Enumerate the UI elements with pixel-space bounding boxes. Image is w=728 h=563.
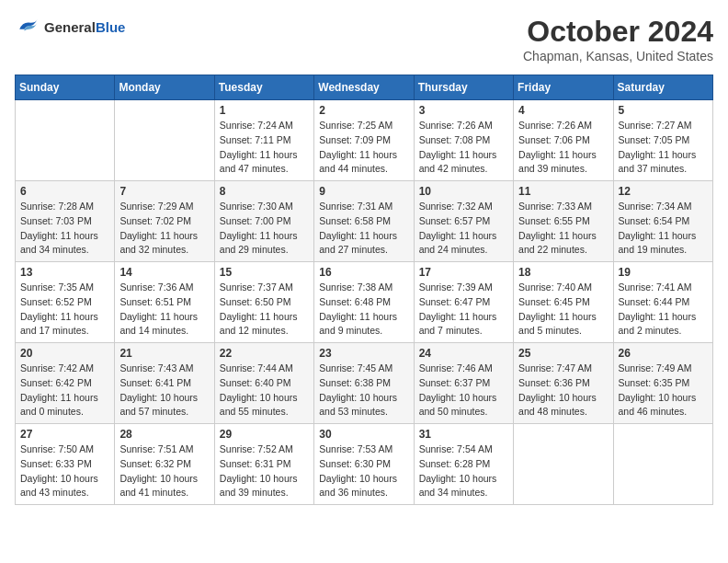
day-header: Friday	[514, 75, 613, 100]
day-number: 31	[419, 428, 508, 441]
calendar-day-cell: 20Sunrise: 7:42 AMSunset: 6:42 PMDayligh…	[16, 343, 115, 424]
day-number: 6	[20, 185, 109, 198]
calendar-day-cell: 23Sunrise: 7:45 AMSunset: 6:38 PMDayligh…	[314, 343, 414, 424]
calendar-day-cell: 2Sunrise: 7:25 AMSunset: 7:09 PMDaylight…	[314, 100, 414, 181]
day-detail: Sunrise: 7:34 AMSunset: 6:54 PMDaylight:…	[619, 200, 708, 258]
calendar-week-row: 27Sunrise: 7:50 AMSunset: 6:33 PMDayligh…	[16, 424, 713, 505]
day-detail: Sunrise: 7:26 AMSunset: 7:06 PMDaylight:…	[518, 119, 608, 177]
calendar-day-cell: 9Sunrise: 7:31 AMSunset: 6:58 PMDaylight…	[314, 181, 414, 262]
calendar-week-row: 13Sunrise: 7:35 AMSunset: 6:52 PMDayligh…	[16, 262, 713, 343]
day-detail: Sunrise: 7:40 AMSunset: 6:45 PMDaylight:…	[518, 281, 608, 339]
calendar-day-cell: 26Sunrise: 7:49 AMSunset: 6:35 PMDayligh…	[613, 343, 712, 424]
calendar-day-cell: 15Sunrise: 7:37 AMSunset: 6:50 PMDayligh…	[214, 262, 313, 343]
calendar-day-cell: 25Sunrise: 7:47 AMSunset: 6:36 PMDayligh…	[514, 343, 613, 424]
calendar-day-cell	[514, 424, 613, 505]
logo-bird-icon	[15, 15, 40, 40]
day-number: 20	[20, 347, 109, 360]
calendar-day-cell: 18Sunrise: 7:40 AMSunset: 6:45 PMDayligh…	[514, 262, 613, 343]
day-detail: Sunrise: 7:38 AMSunset: 6:48 PMDaylight:…	[319, 281, 408, 339]
day-header: Monday	[115, 75, 214, 100]
calendar-week-row: 6Sunrise: 7:28 AMSunset: 7:03 PMDaylight…	[16, 181, 713, 262]
day-number: 8	[220, 185, 309, 198]
calendar-day-cell	[16, 100, 115, 181]
day-number: 28	[119, 428, 209, 441]
title-block: October 2024 Chapman, Kansas, United Sta…	[523, 15, 713, 63]
day-number: 17	[419, 266, 508, 279]
day-detail: Sunrise: 7:45 AMSunset: 6:38 PMDaylight:…	[319, 362, 408, 419]
day-detail: Sunrise: 7:54 AMSunset: 6:28 PMDaylight:…	[419, 442, 508, 500]
calendar-day-cell: 6Sunrise: 7:28 AMSunset: 7:03 PMDaylight…	[16, 181, 115, 262]
calendar-day-cell: 31Sunrise: 7:54 AMSunset: 6:28 PMDayligh…	[414, 424, 513, 505]
day-detail: Sunrise: 7:24 AMSunset: 7:11 PMDaylight:…	[220, 119, 309, 177]
day-number: 27	[20, 428, 109, 441]
day-number: 23	[319, 347, 408, 360]
day-number: 11	[518, 185, 608, 198]
calendar-day-cell: 17Sunrise: 7:39 AMSunset: 6:47 PMDayligh…	[414, 262, 513, 343]
calendar-day-cell: 27Sunrise: 7:50 AMSunset: 6:33 PMDayligh…	[16, 424, 115, 505]
day-detail: Sunrise: 7:32 AMSunset: 6:57 PMDaylight:…	[419, 200, 508, 258]
day-number: 9	[319, 185, 408, 198]
day-header: Wednesday	[314, 75, 414, 100]
day-detail: Sunrise: 7:35 AMSunset: 6:52 PMDaylight:…	[20, 281, 109, 339]
calendar-day-cell: 7Sunrise: 7:29 AMSunset: 7:02 PMDaylight…	[115, 181, 214, 262]
day-detail: Sunrise: 7:47 AMSunset: 6:36 PMDaylight:…	[518, 362, 608, 419]
day-number: 16	[319, 266, 408, 279]
calendar-day-cell: 19Sunrise: 7:41 AMSunset: 6:44 PMDayligh…	[613, 262, 712, 343]
day-header: Thursday	[414, 75, 513, 100]
calendar-day-cell: 14Sunrise: 7:36 AMSunset: 6:51 PMDayligh…	[115, 262, 214, 343]
day-number: 19	[619, 266, 708, 279]
day-number: 15	[220, 266, 309, 279]
day-number: 21	[119, 347, 209, 360]
day-detail: Sunrise: 7:28 AMSunset: 7:03 PMDaylight:…	[20, 200, 109, 258]
calendar-day-cell: 30Sunrise: 7:53 AMSunset: 6:30 PMDayligh…	[314, 424, 414, 505]
day-header: Tuesday	[214, 75, 313, 100]
day-number: 12	[619, 185, 708, 198]
calendar-day-cell: 24Sunrise: 7:46 AMSunset: 6:37 PMDayligh…	[414, 343, 513, 424]
day-number: 14	[119, 266, 209, 279]
day-detail: Sunrise: 7:41 AMSunset: 6:44 PMDaylight:…	[619, 281, 708, 339]
calendar-day-cell: 5Sunrise: 7:27 AMSunset: 7:05 PMDaylight…	[613, 100, 712, 181]
calendar-day-cell: 10Sunrise: 7:32 AMSunset: 6:57 PMDayligh…	[414, 181, 513, 262]
calendar-table: SundayMondayTuesdayWednesdayThursdayFrid…	[15, 75, 713, 505]
day-detail: Sunrise: 7:53 AMSunset: 6:30 PMDaylight:…	[319, 442, 408, 500]
day-detail: Sunrise: 7:31 AMSunset: 6:58 PMDaylight:…	[319, 200, 408, 258]
calendar-day-cell	[613, 424, 712, 505]
calendar-day-cell: 28Sunrise: 7:51 AMSunset: 6:32 PMDayligh…	[115, 424, 214, 505]
day-detail: Sunrise: 7:33 AMSunset: 6:55 PMDaylight:…	[518, 200, 608, 258]
day-number: 4	[518, 104, 608, 117]
day-number: 29	[220, 428, 309, 441]
calendar-day-cell: 22Sunrise: 7:44 AMSunset: 6:40 PMDayligh…	[214, 343, 313, 424]
day-detail: Sunrise: 7:39 AMSunset: 6:47 PMDaylight:…	[419, 281, 508, 339]
day-number: 30	[319, 428, 408, 441]
day-detail: Sunrise: 7:46 AMSunset: 6:37 PMDaylight:…	[419, 362, 508, 419]
day-detail: Sunrise: 7:30 AMSunset: 7:00 PMDaylight:…	[220, 200, 309, 258]
day-number: 13	[20, 266, 109, 279]
day-detail: Sunrise: 7:51 AMSunset: 6:32 PMDaylight:…	[119, 442, 209, 500]
calendar-day-cell: 3Sunrise: 7:26 AMSunset: 7:08 PMDaylight…	[414, 100, 513, 181]
calendar-week-row: 20Sunrise: 7:42 AMSunset: 6:42 PMDayligh…	[16, 343, 713, 424]
day-number: 18	[518, 266, 608, 279]
day-number: 22	[220, 347, 309, 360]
day-detail: Sunrise: 7:43 AMSunset: 6:41 PMDaylight:…	[119, 362, 209, 419]
day-number: 3	[419, 104, 508, 117]
day-detail: Sunrise: 7:52 AMSunset: 6:31 PMDaylight:…	[220, 442, 309, 500]
calendar-day-cell: 4Sunrise: 7:26 AMSunset: 7:06 PMDaylight…	[514, 100, 613, 181]
day-number: 25	[518, 347, 608, 360]
day-detail: Sunrise: 7:29 AMSunset: 7:02 PMDaylight:…	[119, 200, 209, 258]
calendar-day-cell: 12Sunrise: 7:34 AMSunset: 6:54 PMDayligh…	[613, 181, 712, 262]
calendar-day-cell: 21Sunrise: 7:43 AMSunset: 6:41 PMDayligh…	[115, 343, 214, 424]
day-number: 7	[119, 185, 209, 198]
calendar-day-cell: 29Sunrise: 7:52 AMSunset: 6:31 PMDayligh…	[214, 424, 313, 505]
calendar-day-cell: 1Sunrise: 7:24 AMSunset: 7:11 PMDaylight…	[214, 100, 313, 181]
day-detail: Sunrise: 7:36 AMSunset: 6:51 PMDaylight:…	[119, 281, 209, 339]
day-number: 26	[619, 347, 708, 360]
page-header: GeneralBlue October 2024 Chapman, Kansas…	[15, 15, 713, 63]
day-detail: Sunrise: 7:25 AMSunset: 7:09 PMDaylight:…	[319, 119, 408, 177]
day-detail: Sunrise: 7:49 AMSunset: 6:35 PMDaylight:…	[619, 362, 708, 419]
month-title: October 2024	[523, 15, 713, 49]
day-number: 5	[619, 104, 708, 117]
calendar-day-cell: 11Sunrise: 7:33 AMSunset: 6:55 PMDayligh…	[514, 181, 613, 262]
day-number: 1	[220, 104, 309, 117]
day-detail: Sunrise: 7:26 AMSunset: 7:08 PMDaylight:…	[419, 119, 508, 177]
day-header: Saturday	[613, 75, 712, 100]
